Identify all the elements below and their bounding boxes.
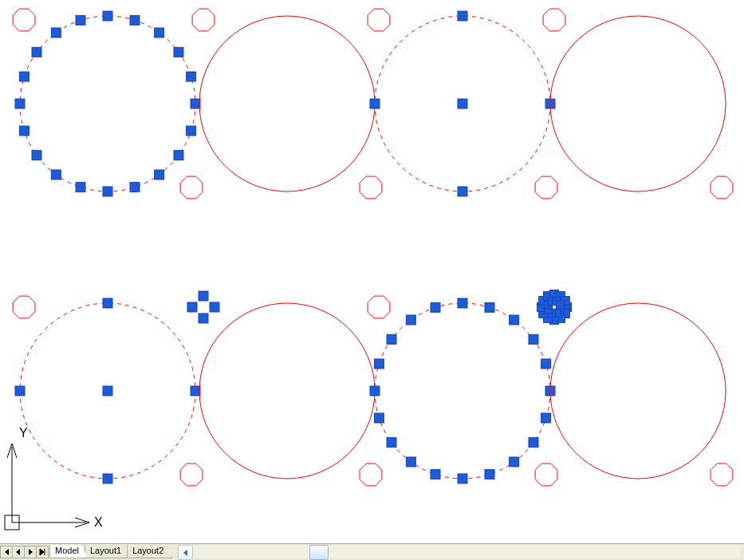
drawing-canvas[interactable]: Y X (0, 0, 744, 542)
grip[interactable] (541, 413, 551, 423)
grip[interactable] (103, 187, 112, 196)
grip[interactable] (458, 298, 467, 308)
corner-octagon[interactable] (543, 9, 565, 31)
grip[interactable] (406, 315, 415, 325)
circle-entity[interactable] (20, 16, 195, 191)
layout-tabs: Model Layout1 Layout2 (49, 545, 169, 559)
grip[interactable] (374, 413, 384, 423)
grip[interactable] (15, 386, 25, 396)
grip[interactable] (541, 359, 551, 369)
ucs-y-label: Y (19, 426, 28, 440)
grip[interactable] (155, 170, 164, 179)
grip[interactable] (187, 302, 197, 312)
grip[interactable] (191, 99, 200, 108)
grip[interactable] (458, 187, 467, 196)
hscroll-thumb[interactable] (309, 545, 329, 560)
grip[interactable] (458, 474, 467, 483)
grip[interactable] (458, 99, 467, 108)
grip[interactable] (155, 28, 164, 37)
corner-octagon[interactable] (368, 296, 390, 318)
grip[interactable] (210, 302, 219, 312)
grip[interactable] (103, 474, 112, 483)
grip[interactable] (76, 183, 85, 192)
grip[interactable] (51, 28, 61, 37)
grip[interactable] (130, 183, 140, 192)
tab-layout2[interactable]: Layout2 (127, 545, 172, 558)
grip[interactable] (529, 438, 538, 448)
grip[interactable] (485, 470, 494, 479)
nav-prev-button[interactable] (12, 546, 25, 558)
grip[interactable] (406, 457, 415, 467)
grip[interactable] (130, 15, 140, 25)
grip[interactable] (32, 151, 41, 160)
tab-model[interactable]: Model (49, 545, 88, 558)
grip[interactable] (431, 302, 440, 312)
grip[interactable] (51, 170, 61, 179)
grip[interactable] (431, 470, 440, 479)
grip[interactable] (76, 15, 85, 25)
grip[interactable] (187, 72, 196, 81)
corner-octagon[interactable] (13, 296, 35, 318)
circle-entity[interactable] (375, 303, 550, 479)
nav-next-button[interactable] (24, 546, 37, 558)
grip[interactable] (19, 126, 29, 136)
grip[interactable] (387, 438, 396, 448)
circle-entity[interactable] (550, 303, 726, 479)
grip[interactable] (374, 359, 384, 369)
nav-last-button[interactable] (36, 546, 49, 558)
grip[interactable] (103, 386, 112, 396)
corner-octagon[interactable] (711, 176, 733, 199)
grip[interactable] (370, 99, 380, 108)
grip[interactable] (370, 386, 380, 396)
tab-layout1[interactable]: Layout1 (85, 545, 130, 558)
hscroll-left-button[interactable] (178, 545, 193, 560)
grip[interactable] (19, 72, 29, 81)
grip[interactable] (485, 302, 494, 312)
ucs-icon (5, 444, 89, 530)
grip[interactable] (174, 47, 183, 57)
grip[interactable] (15, 99, 25, 108)
grip[interactable] (187, 126, 196, 136)
nav-first-button[interactable] (0, 546, 13, 558)
circle-entity[interactable] (550, 16, 726, 191)
grip[interactable] (510, 315, 519, 325)
grip[interactable] (103, 298, 112, 308)
grip[interactable] (387, 334, 396, 344)
grip[interactable] (191, 386, 200, 396)
corner-octagon[interactable] (360, 463, 382, 486)
grip[interactable] (199, 314, 208, 323)
corner-octagon[interactable] (711, 463, 733, 486)
grip[interactable] (32, 47, 41, 57)
hscroll-track[interactable] (177, 545, 741, 559)
corner-octagon[interactable] (180, 463, 203, 486)
corner-octagon[interactable] (13, 9, 35, 31)
ucs-x-label: X (94, 515, 103, 529)
grip[interactable] (458, 11, 467, 21)
corner-octagon[interactable] (360, 176, 382, 199)
circle-entity[interactable] (199, 16, 375, 191)
bottom-bar: Model Layout1 Layout2 (0, 543, 744, 560)
grip[interactable] (529, 334, 538, 344)
grip[interactable] (556, 301, 564, 309)
grip[interactable] (174, 151, 183, 160)
corner-octagon[interactable] (535, 176, 557, 199)
corner-octagon[interactable] (535, 463, 557, 486)
corner-octagon[interactable] (368, 9, 390, 31)
corner-octagon[interactable] (180, 176, 203, 199)
grip[interactable] (510, 457, 519, 467)
grip[interactable] (103, 11, 112, 21)
circle-entity[interactable] (199, 303, 375, 479)
corner-octagon[interactable] (192, 9, 215, 31)
grip[interactable] (199, 291, 208, 301)
